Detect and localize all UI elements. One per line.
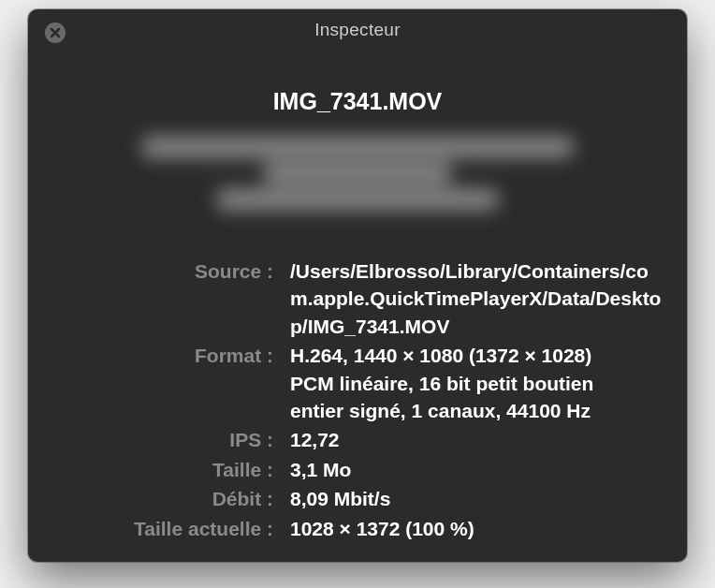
window-title: Inspecteur bbox=[28, 20, 687, 40]
info-table: Source : /Users/Elbrosso/Library/Contain… bbox=[75, 257, 640, 542]
row-current-size: Taille actuelle : 1028 × 1372 (100 %) bbox=[75, 515, 640, 542]
file-name: IMG_7341.MOV bbox=[75, 88, 640, 115]
value-size: 3,1 Mo bbox=[290, 456, 351, 483]
row-bitrate: Débit : 8,09 Mbit/s bbox=[75, 485, 640, 512]
value-format: H.264, 1440 × 1080 (1372 × 1028) PCM lin… bbox=[290, 342, 640, 424]
row-format: Format : H.264, 1440 × 1080 (1372 × 1028… bbox=[75, 342, 640, 424]
close-icon bbox=[50, 27, 61, 38]
titlebar: Inspecteur bbox=[28, 9, 687, 51]
label-current-size: Taille actuelle : bbox=[75, 515, 290, 542]
row-source: Source : /Users/Elbrosso/Library/Contain… bbox=[75, 257, 640, 340]
label-bitrate: Débit : bbox=[75, 485, 290, 512]
inspector-window: Inspecteur IMG_7341.MOV Source : /Users/… bbox=[28, 9, 687, 562]
close-button[interactable] bbox=[45, 22, 66, 43]
redacted-metadata bbox=[119, 126, 596, 220]
label-fps: IPS : bbox=[75, 426, 290, 453]
value-fps: 12,72 bbox=[290, 426, 340, 453]
value-source: /Users/Elbrosso/Library/Containers/com.a… bbox=[290, 257, 664, 340]
value-current-size: 1028 × 1372 (100 %) bbox=[290, 515, 474, 542]
label-size: Taille : bbox=[75, 456, 290, 483]
value-bitrate: 8,09 Mbit/s bbox=[290, 485, 390, 512]
content-area: IMG_7341.MOV Source : /Users/Elbrosso/Li… bbox=[28, 51, 687, 562]
label-format: Format : bbox=[75, 342, 290, 369]
label-source: Source : bbox=[75, 257, 290, 285]
row-size: Taille : 3,1 Mo bbox=[75, 456, 640, 483]
row-fps: IPS : 12,72 bbox=[75, 426, 640, 453]
